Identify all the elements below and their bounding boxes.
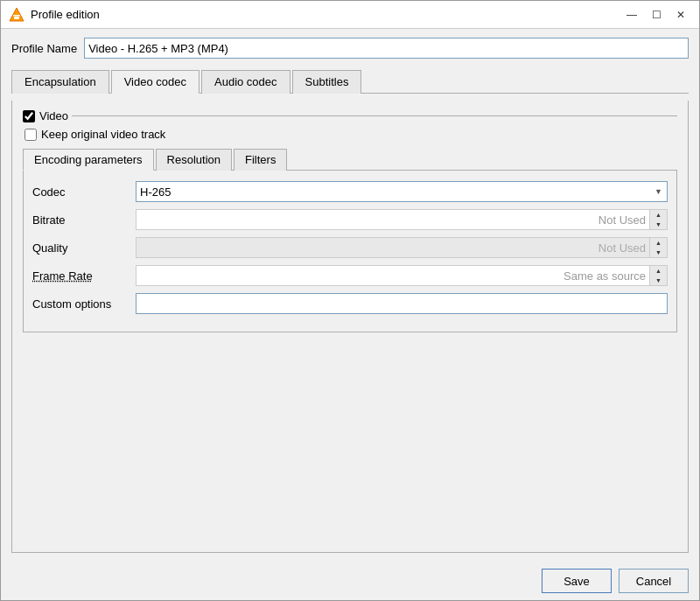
- keep-original-label: Keep original video track: [41, 128, 165, 141]
- quality-up-button: ▲: [650, 238, 667, 248]
- framerate-spinner-buttons: ▲ ▼: [650, 265, 668, 286]
- framerate-input[interactable]: [136, 265, 650, 286]
- keep-original-checkbox[interactable]: [24, 129, 37, 141]
- quality-spinner-buttons: ▲ ▼: [650, 237, 668, 258]
- keep-original-row: Keep original video track: [24, 128, 677, 141]
- codec-label: Codec: [32, 185, 129, 199]
- outer-tab-bar: Encapsulation Video codec Audio codec Su…: [11, 69, 689, 94]
- maximize-button[interactable]: ☐: [645, 6, 668, 24]
- quality-spinbox: ▲ ▼: [136, 237, 668, 258]
- custom-options-label: Custom options: [32, 297, 129, 311]
- codec-row: Codec H-265 H-264 MPEG-4 VP9: [32, 181, 668, 202]
- close-button[interactable]: ✕: [669, 6, 692, 24]
- inner-tab-filters[interactable]: Filters: [234, 149, 287, 171]
- tab-encapsulation[interactable]: Encapsulation: [11, 70, 109, 94]
- custom-options-control: [136, 293, 668, 314]
- video-section-header: Video: [23, 109, 677, 122]
- framerate-down-button[interactable]: ▼: [650, 276, 667, 285]
- bitrate-label: Bitrate: [32, 213, 129, 227]
- bitrate-spinner-buttons: ▲ ▼: [650, 209, 668, 230]
- framerate-spinbox: ▲ ▼: [136, 265, 668, 286]
- bitrate-up-button[interactable]: ▲: [650, 210, 667, 220]
- svg-rect-1: [14, 17, 19, 19]
- quality-row: Quality ▲ ▼: [32, 237, 668, 258]
- bitrate-spinbox: ▲ ▼: [136, 209, 668, 230]
- footer: Save Cancel: [1, 562, 699, 600]
- profile-name-row: Profile Name: [11, 38, 689, 59]
- tab-audio-codec[interactable]: Audio codec: [201, 70, 290, 94]
- framerate-up-button[interactable]: ▲: [650, 266, 667, 276]
- section-divider-line: [72, 115, 677, 116]
- video-checkbox-group: Video: [23, 109, 68, 122]
- framerate-row: Frame Rate ▲ ▼: [32, 265, 668, 286]
- codec-select-wrapper: H-265 H-264 MPEG-4 VP9: [136, 181, 668, 202]
- window-title: Profile edition: [31, 8, 620, 21]
- window-content: Profile Name Encapsulation Video codec A…: [1, 29, 699, 562]
- bitrate-row: Bitrate ▲ ▼: [32, 209, 668, 230]
- video-checkbox[interactable]: [23, 110, 35, 122]
- cancel-button[interactable]: Cancel: [619, 569, 689, 593]
- encoding-params-content: Codec H-265 H-264 MPEG-4 VP9: [23, 171, 677, 332]
- app-icon: [8, 6, 25, 24]
- bitrate-down-button[interactable]: ▼: [650, 220, 667, 229]
- profile-edition-window: Profile edition — ☐ ✕ Profile Name Encap…: [0, 0, 700, 601]
- quality-control: ▲ ▼: [136, 237, 668, 258]
- bitrate-control: ▲ ▼: [136, 209, 668, 230]
- minimize-button[interactable]: —: [620, 6, 643, 24]
- codec-control: H-265 H-264 MPEG-4 VP9: [136, 181, 668, 202]
- save-button[interactable]: Save: [542, 569, 612, 593]
- window-controls: — ☐ ✕: [620, 6, 692, 24]
- framerate-label: Frame Rate: [32, 269, 129, 283]
- tab-content-video-codec: Video Keep original video track Encoding…: [11, 101, 689, 553]
- quality-down-button: ▼: [650, 248, 667, 257]
- custom-options-input[interactable]: [136, 293, 668, 314]
- codec-select[interactable]: H-265 H-264 MPEG-4 VP9: [136, 181, 668, 202]
- title-bar: Profile edition — ☐ ✕: [1, 1, 699, 29]
- custom-options-row: Custom options: [32, 293, 668, 314]
- quality-label: Quality: [32, 241, 129, 255]
- video-checkbox-label: Video: [39, 109, 68, 122]
- inner-tab-bar: Encoding parameters Resolution Filters: [23, 148, 677, 171]
- profile-name-label: Profile Name: [11, 42, 77, 55]
- svg-rect-2: [13, 15, 20, 17]
- inner-tab-resolution[interactable]: Resolution: [156, 149, 232, 171]
- framerate-control: ▲ ▼: [136, 265, 668, 286]
- bitrate-input[interactable]: [136, 209, 650, 230]
- tab-video-codec[interactable]: Video codec: [111, 70, 200, 94]
- inner-tab-encoding-params[interactable]: Encoding parameters: [23, 149, 154, 171]
- tab-subtitles[interactable]: Subtitles: [292, 70, 362, 94]
- profile-name-input[interactable]: [84, 38, 689, 59]
- quality-input: [136, 237, 650, 258]
